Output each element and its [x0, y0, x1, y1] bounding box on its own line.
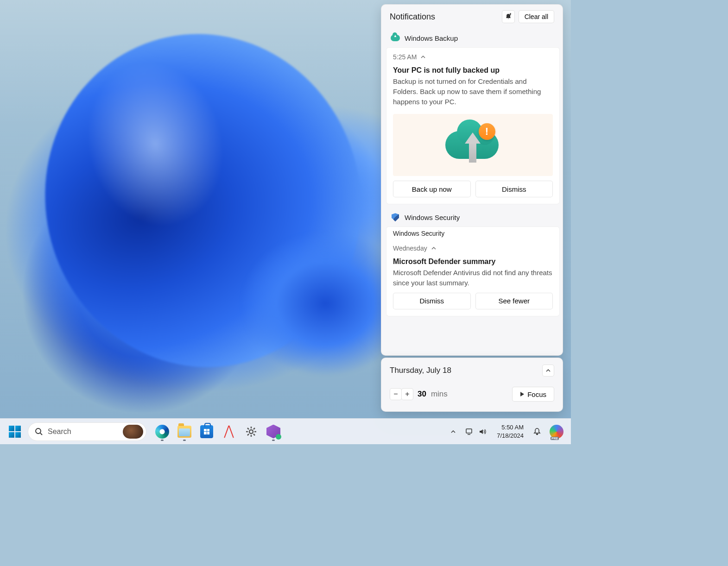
visual-studio-icon — [266, 425, 280, 439]
notification-center-panel: Notifications Clear all Windows Backup 5… — [381, 4, 563, 356]
windows-logo-icon — [9, 426, 21, 438]
notification-card[interactable]: Windows Security Wednesday Microsoft Def… — [386, 226, 560, 316]
taskbar-right: 5:50 AM 7/18/2024 — [447, 421, 571, 442]
taskbar-date: 7/18/2024 — [497, 432, 524, 440]
start-button[interactable] — [5, 421, 25, 442]
notification-time: Wednesday — [393, 245, 427, 252]
taskbar-pinned-apps — [152, 421, 284, 442]
bell-sleep-icon — [505, 13, 512, 20]
svg-point-2 — [249, 430, 253, 434]
backup-cloud-icon — [391, 33, 400, 43]
focus-duration-value: 30 — [418, 390, 426, 399]
store-icon — [200, 425, 213, 438]
focus-date-row: Thursday, July 18 — [390, 365, 554, 377]
svg-point-0 — [36, 428, 41, 434]
notification-card-body: Backup is not turned on for Credentials … — [386, 75, 559, 111]
notification-subheader: Windows Security — [386, 227, 559, 237]
chevron-up-icon — [545, 368, 551, 373]
notification-time-row: 5:25 AM — [386, 48, 559, 63]
taskbar-icon-copilot[interactable] — [546, 421, 567, 442]
gear-icon — [245, 425, 258, 438]
show-hidden-icons-button[interactable] — [447, 421, 460, 442]
taskbar-icon-edge[interactable] — [152, 421, 172, 442]
increase-duration-button[interactable]: + — [401, 388, 413, 400]
notification-header: Notifications Clear all — [381, 5, 563, 28]
focus-duration-row: − 30 mins + Focus — [390, 387, 554, 402]
svg-line-1 — [40, 433, 42, 435]
notification-bell-button[interactable] — [529, 421, 545, 442]
focus-duration-unit: mins — [431, 390, 448, 399]
taskbar-icon-file-explorer[interactable] — [174, 421, 195, 442]
taskbar-datetime[interactable]: 5:50 AM 7/18/2024 — [492, 421, 528, 442]
notification-card-title: Your PC is not fully backed up — [386, 63, 559, 75]
taskbar-left: Search — [0, 421, 284, 442]
dismiss-button[interactable]: Dismiss — [393, 293, 471, 309]
collapse-calendar-button[interactable] — [542, 365, 554, 377]
folder-icon — [177, 426, 191, 438]
network-icon — [465, 428, 474, 436]
taskbar-icon-snipping-tool[interactable] — [219, 421, 239, 442]
calendar-focus-panel: Thursday, July 18 − 30 mins + Focus — [381, 358, 563, 412]
taskbar: Search 5:50 AM 7/18/2024 — [0, 418, 571, 444]
edge-icon — [155, 425, 169, 439]
app-header-backup[interactable]: Windows Backup — [386, 28, 560, 47]
play-icon — [520, 392, 525, 396]
app-header-security[interactable]: Windows Security — [386, 207, 560, 226]
notification-actions: Back up now Dismiss — [386, 181, 559, 204]
start-focus-button[interactable]: Focus — [512, 387, 554, 402]
taskbar-icon-visual-studio[interactable] — [263, 421, 284, 442]
app-name-label: Windows Backup — [405, 34, 458, 42]
notification-card-body: Microsoft Defender Antivirus did not fin… — [386, 267, 559, 293]
copilot-icon — [550, 425, 563, 439]
notification-title: Notifications — [390, 12, 498, 22]
notification-card-title: Microsoft Defender summary — [386, 254, 559, 267]
search-icon — [35, 428, 43, 436]
volume-icon — [478, 428, 487, 436]
search-placeholder: Search — [48, 428, 118, 436]
notification-card[interactable]: 5:25 AM Your PC is not fully backed up B… — [386, 47, 560, 204]
chevron-up-icon[interactable] — [420, 54, 426, 60]
taskbar-time: 5:50 AM — [501, 423, 524, 432]
app-name-label: Windows Security — [405, 214, 460, 221]
focus-date[interactable]: Thursday, July 18 — [390, 366, 451, 375]
decrease-duration-button[interactable]: − — [390, 388, 402, 400]
notification-group-backup: Windows Backup 5:25 AM Your PC is not fu… — [386, 28, 560, 204]
focus-button-label: Focus — [527, 390, 546, 398]
chevron-up-icon — [450, 429, 456, 434]
svg-rect-3 — [466, 429, 472, 433]
notification-time-row: Wednesday — [386, 237, 559, 254]
notification-scroll-area[interactable]: Windows Backup 5:25 AM Your PC is not fu… — [381, 28, 563, 355]
dismiss-button[interactable]: Dismiss — [475, 181, 553, 197]
taskbar-icon-microsoft-store[interactable] — [196, 421, 217, 442]
notification-time: 5:25 AM — [393, 53, 417, 61]
do-not-disturb-button[interactable] — [502, 10, 515, 23]
bell-icon — [533, 428, 541, 436]
taskbar-icon-settings[interactable] — [241, 421, 261, 442]
clear-all-button[interactable]: Clear all — [519, 10, 554, 23]
search-highlight-image[interactable] — [123, 425, 143, 439]
scissors-icon — [222, 425, 235, 438]
notification-card-image: ! — [393, 114, 553, 176]
chevron-up-icon[interactable] — [431, 245, 437, 251]
backup-now-button[interactable]: Back up now — [393, 181, 471, 197]
notification-group-security: Windows Security Windows Security Wednes… — [386, 207, 560, 316]
cloud-upload-warning-graphic: ! — [445, 123, 501, 167]
system-tray-quick-settings[interactable] — [461, 421, 491, 442]
see-fewer-button[interactable]: See fewer — [475, 293, 553, 309]
notification-actions: Dismiss See fewer — [386, 293, 559, 316]
shield-icon — [391, 213, 400, 222]
taskbar-search-box[interactable]: Search — [28, 422, 146, 441]
